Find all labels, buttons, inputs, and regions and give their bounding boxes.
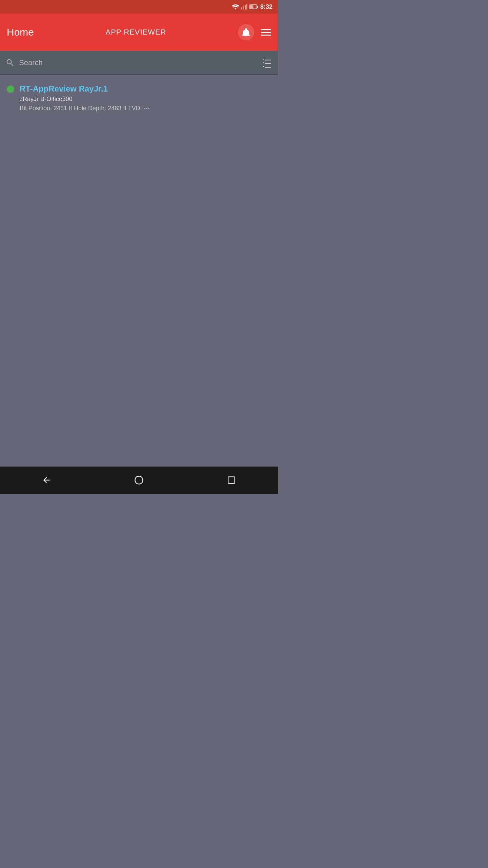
battery-icon: [249, 4, 258, 9]
bottom-nav: [0, 467, 278, 494]
notification-icon[interactable]: [238, 24, 254, 40]
svg-rect-0: [241, 7, 242, 9]
svg-rect-8: [228, 477, 235, 484]
search-bar: [0, 51, 278, 75]
list-area: RT-AppReview RayJr.1 zRayJr B-Office300 …: [0, 75, 278, 121]
filter-icon[interactable]: [262, 57, 272, 68]
bell-svg: [241, 27, 251, 37]
svg-rect-2: [245, 5, 246, 9]
app-bar-actions: [238, 24, 271, 40]
status-time: 8:32: [260, 3, 272, 11]
search-input[interactable]: [19, 58, 258, 67]
item-content: RT-AppReview RayJr.1 zRayJr B-Office300 …: [20, 84, 271, 112]
item-subtitle: zRayJr B-Office300: [20, 96, 271, 103]
recents-button[interactable]: [221, 470, 242, 490]
svg-point-7: [135, 476, 143, 484]
back-button[interactable]: [36, 470, 57, 490]
svg-rect-5: [257, 6, 258, 8]
app-bar-center-label: APP REVIEWER: [105, 28, 166, 37]
app-bar-title: Home: [7, 26, 34, 38]
list-item[interactable]: RT-AppReview RayJr.1 zRayJr B-Office300 …: [0, 78, 278, 118]
menu-icon[interactable]: [261, 29, 271, 36]
svg-rect-6: [250, 5, 253, 8]
svg-rect-1: [243, 6, 244, 9]
svg-rect-3: [246, 4, 247, 9]
home-button[interactable]: [129, 470, 149, 490]
status-icons: 8:32: [232, 3, 272, 11]
search-icon: [5, 58, 15, 67]
item-title: RT-AppReview RayJr.1: [20, 84, 271, 94]
signal-icon: [241, 4, 247, 9]
status-indicator: [7, 85, 14, 93]
status-bar: 8:32: [0, 0, 278, 14]
app-bar: Home APP REVIEWER: [0, 14, 278, 51]
item-detail: Bit Position: 2461 ft Hole Depth: 2463 f…: [20, 105, 271, 112]
wifi-icon: [232, 4, 239, 9]
